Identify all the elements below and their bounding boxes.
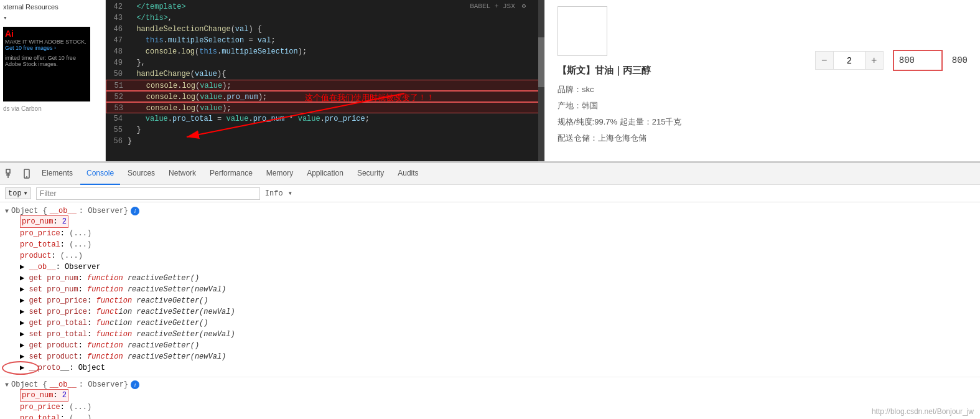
price-right: 800 <box>952 50 968 71</box>
devtools-toolbar: Elements Console Sources Network Perform… <box>0 163 980 185</box>
svg-rect-2 <box>6 169 10 173</box>
product-spec: 规格/纯度:99.7% 起走量：215千克 <box>558 116 968 128</box>
obj1-prop-get-pro_price[interactable]: ▶ get pro_price: function reactiveGetter… <box>5 295 975 306</box>
console-filter-input[interactable] <box>36 187 260 200</box>
code-line-56: 56 } <box>106 136 544 147</box>
carbon-label: ds via Carbon <box>3 105 102 112</box>
console-object-2-header[interactable]: ▼ Object {__ob__: Observer} i <box>5 380 975 389</box>
filter-dropdown-icon[interactable]: ▾ <box>288 189 292 198</box>
qty-decrease-button[interactable]: − <box>815 51 834 70</box>
qty-input[interactable] <box>834 51 865 70</box>
code-line-54: 54 value.pro_total = value.pro_num * val… <box>106 113 544 125</box>
product-panel: 【斯文】甘油｜丙三醇 品牌：skc 产地：韩国 规格/纯度:99.7% 起走量：… <box>544 0 980 161</box>
console-object-1[interactable]: ▼ Object {__ob__: Observer} i pro_num: 2… <box>0 205 980 375</box>
tab-sources[interactable]: Sources <box>121 163 161 185</box>
context-dropdown-icon: ▾ <box>24 189 28 198</box>
code-line-49: 49 }, <box>106 57 544 68</box>
obj2-prop-pro_total[interactable]: pro_total: (...) <box>5 413 975 419</box>
inspect-icon[interactable] <box>3 166 18 181</box>
tab-elements[interactable]: Elements <box>35 163 79 185</box>
console-object-1-header[interactable]: ▼ Object {__ob__: Observer} i <box>5 207 975 215</box>
context-label: top <box>8 189 22 198</box>
watermark: http://blog.csdn.net/Bonjour_jw <box>872 407 974 416</box>
tab-performance[interactable]: Performance <box>203 163 259 185</box>
code-line-53: 53 console.log(value); <box>106 102 544 113</box>
obj1-label: Object { <box>11 207 47 215</box>
price-highlighted-box: 800 <box>893 50 943 71</box>
product-warehouse: 配送仓储：上海仓海仓储 <box>558 133 968 144</box>
product-origin: 产地：韩国 <box>558 100 968 111</box>
settings-icon[interactable]: ⚙ <box>521 2 526 10</box>
obj2-prop-pro_num[interactable]: pro_num: 2 <box>5 389 975 402</box>
babel-badge: BABEL + JSX ⚙ <box>470 2 526 10</box>
expand-triangle-1[interactable]: ▼ <box>5 208 9 215</box>
price-value: 800 <box>899 55 915 65</box>
obj1-prop-ob[interactable]: ▶ __ob__: Observer <box>5 261 975 273</box>
obj1-prop-get-pro_total[interactable]: ▶ get pro_total: function reactiveGetter… <box>5 318 975 329</box>
devtools-panel: Elements Console Sources Network Perform… <box>0 162 980 419</box>
console-filter-bar: top ▾ Info ▾ <box>0 185 980 202</box>
code-line-43: 43 </this>, <box>106 12 544 24</box>
prop-pro_num-highlighted: pro_num: 2 <box>20 215 68 228</box>
product-controls: − + 800 800 <box>815 50 968 71</box>
console-object-2[interactable]: ▼ Object {__ob__: Observer} i pro_num: 2… <box>0 379 980 419</box>
code-line-51: 51 console.log(value); <box>106 80 544 91</box>
obj1-prop-pro_price[interactable]: pro_price: (...) <box>5 228 975 239</box>
info-label: Info <box>265 189 283 198</box>
mobile-icon[interactable] <box>19 166 34 181</box>
prop2-pro_num-highlighted: pro_num: 2 <box>20 389 68 402</box>
code-line-46: 46 handleSelectionChange(val) { <box>106 24 544 35</box>
external-resources-title: xternal Resources <box>3 3 102 11</box>
info-badge-2: i <box>131 380 139 389</box>
obj1-prop-product[interactable]: product: (...) <box>5 250 975 261</box>
external-resources-dropdown[interactable]: ▾ <box>3 14 102 22</box>
obj1-prop-proto[interactable]: ▶ __proto__: Object <box>5 362 975 374</box>
console-separator <box>0 377 980 377</box>
code-lines: 42 </template> 43 </this>, 46 handleSele… <box>106 0 544 148</box>
obj1-prop-set-pro_num[interactable]: ▶ set pro_num: function reactiveSetter(n… <box>5 284 975 295</box>
tab-memory[interactable]: Memory <box>260 163 299 185</box>
editor-scrollbar-thumb[interactable] <box>538 37 544 87</box>
obj1-prop-pro_total[interactable]: pro_total: (...) <box>5 239 975 250</box>
tab-application[interactable]: Application <box>301 163 350 185</box>
tab-audits[interactable]: Audits <box>391 163 424 185</box>
obj2-label: Object { <box>11 380 47 389</box>
code-editor: BABEL + JSX ⚙ 42 </template> 43 </this>,… <box>106 0 544 161</box>
obj1-prop-set-product[interactable]: ▶ set product: function reactiveSetter(n… <box>5 351 975 362</box>
price-right-value: 800 <box>952 55 968 65</box>
code-line-47: 47 this.multipleSelection = val; <box>106 35 544 46</box>
tab-console[interactable]: Console <box>80 163 120 185</box>
expand-triangle-2[interactable]: ▼ <box>5 382 9 388</box>
annotation-text: 这个值在我们使用时就被改变了！！ <box>305 92 434 103</box>
tab-security[interactable]: Security <box>351 163 390 185</box>
code-line-48: 48 console.log(this.multipleSelection); <box>106 46 544 57</box>
obj1-prop-get-pro_num[interactable]: ▶ get pro_num: function reactiveGetter() <box>5 273 975 284</box>
code-line-50: 50 handleChange(value){ <box>106 68 544 80</box>
console-output: ▼ Object {__ob__: Observer} i pro_num: 2… <box>0 202 980 419</box>
obj1-prop-set-pro_price[interactable]: ▶ set pro_price: function reactiveSetter… <box>5 306 975 318</box>
product-brand: 品牌：skc <box>558 84 968 95</box>
qty-increase-button[interactable]: + <box>865 51 884 70</box>
context-selector[interactable]: top ▾ <box>5 187 31 199</box>
editor-scrollbar[interactable] <box>538 0 544 161</box>
obj1-prop-set-pro_total[interactable]: ▶ set pro_total: function reactiveSetter… <box>5 329 975 340</box>
product-image <box>558 6 607 56</box>
obj1-prop-pro_num[interactable]: pro_num: 2 <box>5 215 975 228</box>
code-line-55: 55 } <box>106 125 544 136</box>
tab-network[interactable]: Network <box>162 163 202 185</box>
obj1-prop-get-product[interactable]: ▶ get product: function reactiveGetter() <box>5 340 975 351</box>
adobe-ad-banner[interactable]: Ai MAKE IT WITH ADOBE STOCK. Get 10 free… <box>3 27 90 101</box>
left-sidebar: xternal Resources ▾ Ai MAKE IT WITH ADOB… <box>0 0 106 161</box>
info-badge-1: i <box>131 207 139 215</box>
obj2-prop-pro_price[interactable]: pro_price: (...) <box>5 402 975 413</box>
